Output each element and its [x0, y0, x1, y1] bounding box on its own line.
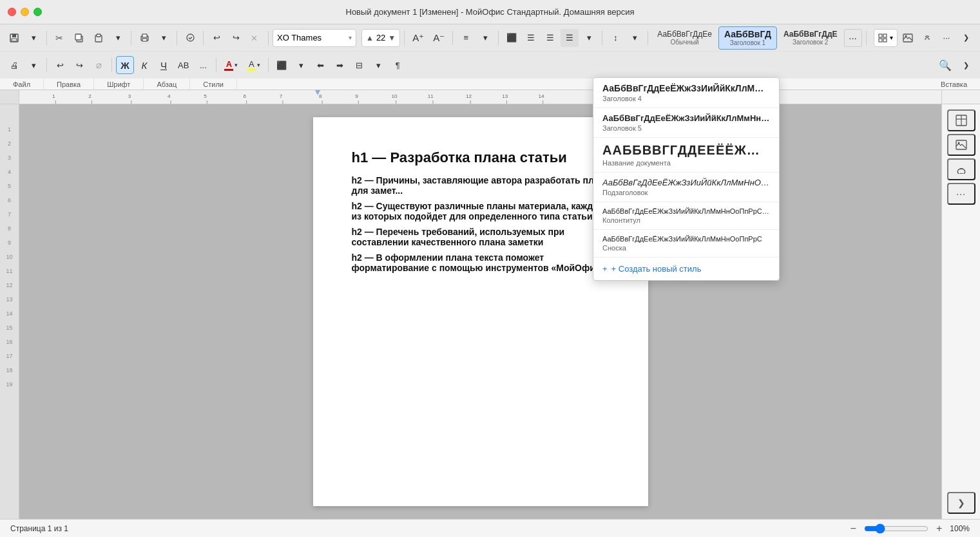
clear-format-button[interactable]: ✕	[246, 29, 264, 47]
search-button[interactable]: 🔍	[935, 56, 956, 74]
document-paragraph[interactable]: h2 — В оформлении плана текста поможет ф…	[352, 252, 610, 273]
view-toggle[interactable]: ▾	[874, 29, 898, 47]
styles-more-button[interactable]: ···	[844, 29, 862, 47]
svg-text:7: 7	[280, 93, 283, 99]
toolbar-row1: ▾ ✂ ▾ ▾ ↩ ↪ ✕ XO Thames ▾ ▲ 22 ▼ A⁺ A⁻	[0, 24, 980, 52]
align-left-button[interactable]: ⬛	[503, 29, 521, 47]
redo-button[interactable]: ↪	[227, 29, 245, 47]
right-panel-collapse[interactable]: ❯	[957, 29, 975, 47]
italic-button[interactable]: К	[135, 56, 153, 74]
style-heading5-preview: АаБбВвГгДдЕеЁЖжЗзИиЙйКкЛлМмНнОоПп	[602, 113, 770, 123]
style-normal[interactable]: АаБбВвГгДдЕе Обычный	[652, 26, 717, 50]
document-heading1[interactable]: h1 — Разработка плана статьи	[352, 149, 610, 166]
insert-table-button[interactable]	[947, 109, 975, 131]
align-justify-button[interactable]: ☰	[561, 29, 579, 47]
clear-btn2[interactable]: ⌀	[90, 56, 108, 74]
format-more-button[interactable]: ...	[194, 56, 212, 74]
style-item-heading5[interactable]: АаБбВвГгДдЕеЁЖжЗзИиЙйКкЛлМмНнОоПп Заголо…	[593, 108, 779, 138]
font-size-selector[interactable]: ▲ 22 ▼	[361, 29, 400, 47]
bullet-list-button[interactable]: ≡	[457, 29, 475, 47]
svg-point-18	[905, 35, 907, 37]
undo-btn2[interactable]: ↩	[51, 56, 69, 74]
document-area[interactable]: h1 — Разработка плана статьи h2 — Причин…	[19, 104, 941, 519]
zoom-out-button[interactable]: −	[850, 523, 856, 534]
svg-text:3: 3	[128, 93, 131, 99]
view-dropdown[interactable]: ▾	[890, 34, 893, 41]
document-paragraph[interactable]: h2 — Причины, заставляющие автора разраб…	[352, 175, 610, 196]
insert-link-panel-button[interactable]	[947, 158, 975, 180]
section-styles: Стили	[190, 79, 237, 90]
document-paragraph[interactable]: h2 — Существуют различные планы материал…	[352, 201, 610, 221]
save-button[interactable]	[5, 29, 23, 47]
document-paragraph[interactable]: h2 — Перечень требований, используемых п…	[352, 227, 610, 247]
style-item-docname[interactable]: ААББВВГГДДЕЕЁЁЖЖЗ: Название документа	[593, 138, 779, 173]
style-item-header[interactable]: АаБбВвГгДдЕеЁЖжЗзИиЙйКкЛлМмНнОоПпРрСсТтУ…	[593, 202, 779, 230]
table-dropdown2[interactable]: ▾	[369, 56, 387, 74]
left-margin: 12345 678910 1112131415 16171819	[0, 104, 19, 519]
style-heading1[interactable]: АаБбВвГД Заголовок 1	[718, 26, 777, 50]
paste-dropdown[interactable]: ▾	[109, 29, 127, 47]
print-dropdown[interactable]: ▾	[155, 29, 173, 47]
style-subtitle-preview: АаБбВвГгДдЕеЁЖжЗзИиЙйКкЛлМмНнОоПп	[602, 178, 770, 187]
ruler-svg: 1 2 3 4 5 6 7 8 9 10 11 12 13 14	[19, 90, 941, 104]
print-btn2[interactable]: 🖨	[5, 56, 23, 74]
insert-image-panel-button[interactable]	[947, 134, 975, 156]
style-header-preview: АаБбВвГгДдЕеЁЖжЗзИиЙйКкЛлМмНнОоПпРрСсТтУ	[602, 207, 770, 215]
style-item-footnote[interactable]: АаБбВвГгДдЕеЁЖжЗзИиЙйКкЛлМмНнОоПпРрС Сно…	[593, 230, 779, 258]
separator6	[404, 31, 405, 45]
font-family-selector[interactable]: XO Thames ▾	[273, 29, 356, 47]
align-dropdown[interactable]: ▾	[580, 29, 598, 47]
print-button[interactable]	[135, 29, 153, 47]
font-color-button[interactable]: A ▾	[220, 56, 242, 74]
svg-text:1: 1	[52, 93, 55, 99]
highlight-color-button[interactable]: A ▾	[243, 56, 264, 74]
align-right-button[interactable]: ☰	[541, 29, 559, 47]
redo-btn2[interactable]: ↪	[70, 56, 88, 74]
style-item-heading4[interactable]: АаБбВвГгДдЕеЁЖжЗзИиЙйКкЛлМмНнО Заголовок…	[593, 78, 779, 108]
insert-more-button[interactable]: ···	[937, 29, 956, 47]
fullscreen-button[interactable]	[34, 8, 42, 16]
style-header-label: Колонтитул	[602, 216, 770, 224]
zoom-slider[interactable]	[864, 523, 928, 534]
font-size-down-button[interactable]: A⁻	[429, 29, 448, 47]
list-dropdown2[interactable]: ▾	[292, 56, 310, 74]
right-collapse2[interactable]: ❯	[957, 56, 975, 74]
spacing-dropdown[interactable]: ▾	[626, 29, 644, 47]
insert-toolbar: ▾ ···	[874, 29, 956, 47]
close-button[interactable]	[8, 8, 16, 16]
font-size-up-button[interactable]: A⁺	[408, 29, 428, 47]
list-dropdown[interactable]: ▾	[476, 29, 494, 47]
line-spacing-button[interactable]: ↕	[606, 29, 624, 47]
bold-button[interactable]: Ж	[116, 56, 134, 74]
underline-button[interactable]: Ч	[155, 56, 173, 74]
copy-button[interactable]	[70, 29, 88, 47]
list-indent-btn[interactable]: ⬛	[273, 56, 291, 74]
align-center-button[interactable]: ☰	[522, 29, 540, 47]
svg-rect-15	[879, 39, 882, 42]
insert-link-button[interactable]	[918, 29, 936, 47]
styles-dropdown-scroll[interactable]: АаБбВвГгДдЕеЁЖжЗзИиЙйКкЛлМмНнО Заголовок…	[593, 78, 779, 258]
indent-increase-btn[interactable]: ➡	[331, 56, 349, 74]
table-btn[interactable]: ⊟	[350, 56, 368, 74]
font-size-decrease[interactable]: ▲	[366, 33, 374, 42]
style-docname-label: Название документа	[602, 159, 770, 167]
font-size-increase[interactable]: ▼	[388, 33, 396, 42]
add-style-button[interactable]: + + Создать новый стиль	[593, 258, 779, 280]
strikethrough-button[interactable]: АВ	[174, 56, 193, 74]
minimize-button[interactable]	[21, 8, 29, 16]
insert-image-button[interactable]	[899, 29, 917, 47]
undo-button[interactable]: ↩	[207, 29, 226, 47]
paragraph-marks-btn[interactable]: ¶	[389, 56, 407, 74]
indent-decrease-btn[interactable]: ⬅	[311, 56, 329, 74]
panel-collapse-button[interactable]: ❯	[947, 492, 975, 514]
print-dropdown2[interactable]: ▾	[24, 56, 43, 74]
style-item-subtitle[interactable]: АаБбВвГгДдЕеЁЖжЗзИиЙйКкЛлМмНнОоПп Подзаг…	[593, 173, 779, 202]
paste-button[interactable]	[90, 29, 108, 47]
style-heading2[interactable]: АаБбВвГгДдЕ Заголовок 2	[778, 26, 843, 50]
open-button[interactable]: ▾	[24, 29, 43, 47]
more-insert-button[interactable]: ···	[947, 183, 975, 205]
cut-button[interactable]: ✂	[51, 29, 69, 47]
ruler-slider[interactable]	[314, 90, 321, 104]
zoom-in-button[interactable]: +	[936, 523, 942, 534]
track-changes-button[interactable]	[181, 29, 199, 47]
